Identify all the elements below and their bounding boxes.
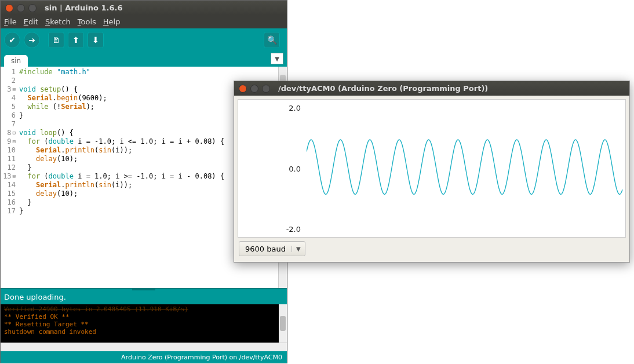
baud-value: 9600 baud [239,245,292,253]
upload-button[interactable]: ➔ [24,32,40,48]
save-button[interactable]: ⬇ [88,32,104,48]
minimize-icon[interactable] [17,4,25,12]
menu-tools[interactable]: Tools [78,17,96,26]
menu-sketch[interactable]: Sketch [45,17,71,26]
maximize-icon[interactable] [262,85,270,93]
close-icon[interactable] [5,4,13,12]
line-gutter: 123⊟45678⊟9⊟10111213⊟14151617 [1,67,17,288]
ide-title: sin | Arduino 1.6.6 [45,3,122,12]
tab-bar: sin ▼ [1,52,287,67]
status-message: Done uploading. [1,291,287,304]
ide-titlebar[interactable]: sin | Arduino 1.6.6 [1,1,287,15]
minimize-icon[interactable] [250,85,258,93]
tab-sin[interactable]: sin [4,55,28,67]
plot-line [307,102,623,232]
menu-help[interactable]: Help [103,17,121,26]
ytick: -2.0 [286,224,301,233]
serial-monitor-button[interactable]: 🔍 [264,32,280,48]
close-icon[interactable] [239,85,247,93]
menu-edit[interactable]: Edit [24,17,38,26]
console[interactable]: Verified 24900 bytes in 2.0405405 (11.91… [1,304,287,343]
chevron-down-icon[interactable]: ▼ [292,246,305,252]
plot-area: 2.0 0.0 -2.0 [238,99,626,238]
open-button[interactable]: ⬆ [68,32,84,48]
menu-bar: File Edit Sketch Tools Help [1,15,287,28]
verify-button[interactable]: ✔ [4,32,20,48]
plotter-title: /dev/ttyACM0 (Arduino Zero (Programming … [278,84,488,93]
baud-select[interactable]: 9600 baud ▼ [239,241,305,256]
plotter-titlebar[interactable]: /dev/ttyACM0 (Arduino Zero (Programming … [234,81,629,96]
footer-board-info: Arduino Zero (Programming Port) on /dev/… [1,351,287,363]
menu-file[interactable]: File [4,17,17,26]
console-hscrollbar[interactable] [1,343,287,351]
ytick: 2.0 [289,104,301,112]
serial-plotter-window: /dev/ttyACM0 (Arduino Zero (Programming … [234,81,630,263]
tab-dropdown-icon[interactable]: ▼ [271,53,283,64]
new-button[interactable]: 🗎 [48,32,64,48]
toolbar: ✔ ➔ 🗎 ⬆ ⬇ 🔍 [1,28,287,52]
y-axis-labels: 2.0 0.0 -2.0 [238,100,304,237]
maximize-icon[interactable] [28,4,37,12]
ytick: 0.0 [289,164,301,173]
plotter-bottom: 9600 baud ▼ [234,241,629,260]
